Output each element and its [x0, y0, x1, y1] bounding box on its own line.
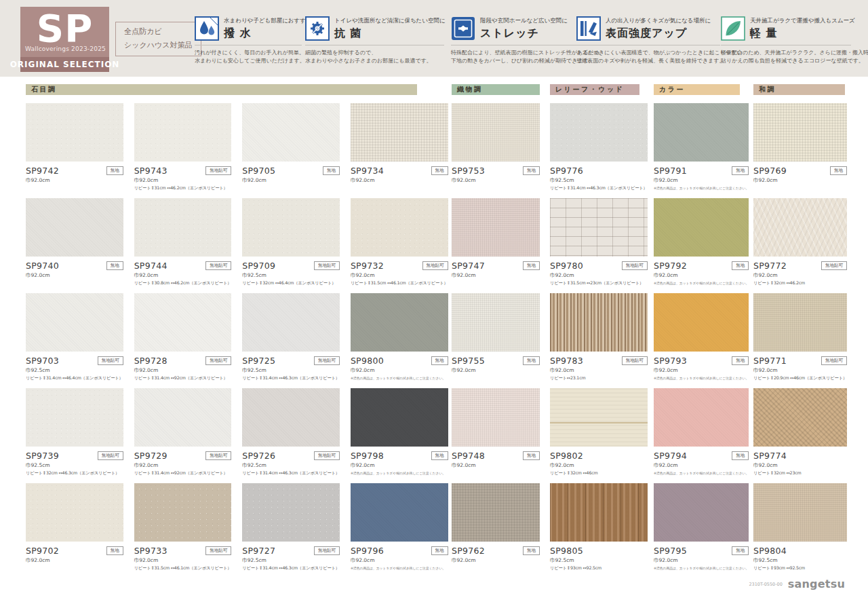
feature-title: 抗 菌: [334, 26, 446, 41]
product-repeat: リピート↕31.4cm ↔46.3cm（エンボスリピート）: [242, 375, 340, 381]
category-header-woven: 織物調: [452, 84, 540, 95]
plain-badge: 無地貼可: [205, 546, 231, 555]
product-card: SP9804 巾92.5cm リピート↕93cm ↔92.5cm: [753, 483, 847, 578]
product-code: SP9796: [351, 546, 384, 556]
feature-lightweight: 天井施工がラクで運搬や搬入もスムーズ 軽 量 軽量配合のため、天井施工がラクラク…: [721, 16, 851, 66]
section-stone-texture: 石目調 SP9742 無地 巾92.0cm SP9743 無地貼可 巾92.0c…: [26, 84, 417, 578]
feature-title: 撥 水: [224, 26, 312, 41]
plain-badge: 無地貼可: [314, 261, 340, 270]
wallpaper-swatch: [134, 198, 232, 257]
product-width: 巾92.0cm: [452, 557, 540, 564]
section-relief-wood: レリーフ・ウッド SP9776 巾92.5cm リピート↕31.4cm ↔46.…: [550, 84, 639, 578]
feature-tagline: 階段や玄関ホールなど広い空間に: [480, 17, 568, 25]
product-width: 巾92.0cm: [134, 272, 232, 279]
logo-subtitle: Wallcoverings 2023-2025: [20, 45, 109, 52]
product-repeat: リピート↕31.5cm ↔46.1cm（エンボスリピート）: [134, 565, 232, 571]
stone-products-grid: SP9742 無地 巾92.0cm SP9743 無地貼可 巾92.0cm リピ…: [26, 103, 417, 578]
leaf-icon: [721, 16, 745, 41]
feature-stretch: 階段や玄関ホールなど広い空間に ストレッチ 特殊配合により、壁紙表面の樹脂にスト…: [451, 16, 577, 66]
product-repeat: リピート↕32cm ↔46cm: [550, 470, 648, 476]
plain-badge: 無地: [732, 166, 749, 175]
wallpaper-swatch: [134, 293, 232, 352]
product-card: SP9739 無地貼可 巾92.5cm リピート↕32cm ↔46.3cm（エン…: [26, 388, 123, 483]
plain-badge: 無地: [732, 356, 749, 365]
product-width: 巾92.0cm: [351, 367, 448, 374]
product-card: SP9725 無地貼可 巾92.5cm リピート↕31.4cm ↔46.3cm（…: [242, 293, 340, 388]
plain-badge: 無地貼可: [98, 356, 123, 365]
feature-tagline: 水まわりや子ども部屋におすすめ: [224, 17, 312, 25]
product-card: SP9793 無地 巾92.0cm ※濃色の商品は、カットキズや糊の拭き残しにご…: [654, 293, 749, 388]
product-note: ※濃色の商品は、カットキズや糊の拭き残しにご注意ください。: [351, 566, 448, 570]
wallpaper-swatch: [550, 483, 648, 542]
product-width: 巾92.0cm: [753, 462, 847, 469]
wallpaper-swatch: [351, 388, 448, 447]
catalog-print-code: 2310T-0550-00: [749, 582, 782, 587]
product-width: 巾92.0cm: [351, 272, 448, 279]
wallpaper-swatch: [753, 103, 847, 162]
product-card: SP9794 無地 巾92.0cm ※濃色の商品は、カットキズや糊の拭き残しにご…: [654, 388, 749, 483]
product-repeat: リピート↕31.5cm ↔23cm（エンボスリピート）: [550, 280, 648, 286]
product-width: 巾92.5cm: [26, 367, 123, 374]
wallpaper-swatch: [452, 198, 540, 257]
certification-box: 全点防カビ シックハウス対策品: [115, 22, 201, 56]
product-width: 巾92.0cm: [654, 177, 749, 184]
wallpaper-swatch: [26, 198, 123, 257]
product-note: ※濃色の商品は、カットキズや糊の拭き残しにご注意ください。: [351, 376, 448, 380]
plain-badge: 無地: [523, 546, 540, 555]
product-card: SP9776 巾92.5cm リピート↕31.4cm ↔46.3cm（エンボスリ…: [550, 103, 648, 198]
plain-badge: 無地貼可: [821, 261, 847, 270]
feature-antibacterial: トイレや洗面所など清潔に保ちたい空間に 抗 菌 細菌の繁殖を抑制するので、 水ま…: [305, 16, 444, 66]
wallpaper-swatch: [753, 483, 847, 542]
wallpaper-swatch: [452, 293, 540, 352]
product-code: SP9733: [134, 546, 167, 556]
product-width: 巾92.0cm: [753, 367, 847, 374]
plain-badge: 無地: [431, 356, 448, 365]
feature-tagline: トイレや洗面所など清潔に保ちたい空間に: [334, 17, 446, 25]
feature-description: 特殊配合により、壁紙表面の樹脂にストレッチ性があるため、 下地の動きをカバーし、…: [451, 45, 577, 66]
product-code: SP9769: [753, 166, 787, 176]
feature-tagline: 人の出入りが多くキズが気になる場所に: [606, 17, 711, 25]
product-code: SP9795: [654, 546, 687, 556]
product-note: ※濃色の商品は、カットキズや糊の拭き残しにご注意ください。: [654, 471, 749, 475]
plain-badge: 無地: [732, 546, 749, 555]
wallpaper-swatch: [242, 483, 340, 542]
product-repeat: リピート↕31.4cm ↔46.4cm（エンボスリピート）: [26, 375, 123, 381]
wallpaper-swatch: [26, 103, 123, 162]
japanese-products-grid: SP9769 無地 巾92.0cm SP9772 無地貼可 巾92.0cm リピ…: [753, 103, 845, 578]
product-width: 巾92.0cm: [452, 272, 540, 279]
plain-badge: 無地: [323, 166, 340, 175]
product-width: 巾92.5cm: [242, 557, 340, 564]
product-card: SP9748 無地 巾92.0cm: [452, 388, 540, 483]
wallpaper-swatch: [351, 198, 448, 257]
product-repeat: リピート↕31.4cm ↔92cm（エンボスリピート）: [134, 375, 232, 381]
product-card: SP9740 無地 巾92.0cm: [26, 198, 123, 293]
wallpaper-swatch: [242, 388, 340, 447]
product-repeat: リピート↕30.8cm ↔46.2cm（エンボスリピート）: [134, 280, 232, 286]
product-width: 巾92.0cm: [550, 272, 648, 279]
product-card: SP9728 無地貼可 巾92.0cm リピート↕31.4cm ↔92cm（エン…: [134, 293, 232, 388]
product-note: ※濃色の商品は、カットキズや糊の拭き残しにご注意ください。: [654, 566, 749, 570]
plain-badge: 無地貼可: [622, 261, 648, 270]
product-card: SP9772 無地貼可 巾92.0cm リピート↕32cm ↔46.2cm: [753, 198, 847, 293]
product-code: SP9705: [242, 166, 275, 176]
wallpaper-swatch: [351, 483, 448, 542]
wallpaper-swatch: [351, 103, 448, 162]
plain-badge: 無地: [732, 261, 749, 270]
product-repeat: リピート↕32cm ↔46.3cm（エンボスリピート）: [26, 470, 123, 476]
product-card: SP9703 無地貼可 巾92.5cm リピート↕31.4cm ↔46.4cm（…: [26, 293, 123, 388]
plain-badge: 無地貼可: [98, 451, 123, 460]
product-card: SP9726 無地貼可 巾92.5cm リピート↕31.4cm ↔46.3cm（…: [242, 388, 340, 483]
product-code: SP9743: [134, 166, 167, 176]
wallpaper-swatch: [550, 388, 648, 447]
plain-badge: 無地: [106, 166, 123, 175]
product-card: SP9702 無地 巾92.0cm: [26, 483, 123, 578]
category-header-stone: 石目調: [26, 84, 417, 95]
product-card: SP9798 無地 巾92.0cm ※濃色の商品は、カットキズや糊の拭き残しにご…: [351, 388, 448, 483]
product-card: SP9792 無地 巾92.0cm ※濃色の商品は、カットキズや糊の拭き残しにご…: [654, 198, 749, 293]
water-drop-icon: [195, 16, 219, 41]
plain-badge: 無地貼可: [314, 546, 340, 555]
product-repeat: リピート↕31.4cm ↔92cm（エンボスリピート）: [134, 470, 232, 476]
wallpaper-swatch: [550, 103, 648, 162]
wallpaper-swatch: [654, 293, 749, 352]
product-code: SP9805: [550, 546, 583, 556]
